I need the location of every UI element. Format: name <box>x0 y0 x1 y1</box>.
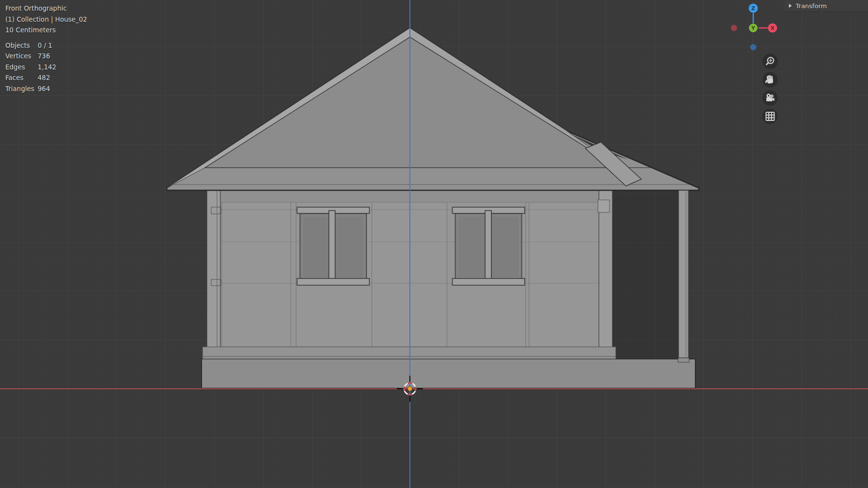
grid-ortho-button[interactable] <box>762 109 778 124</box>
pan-button[interactable] <box>762 72 778 88</box>
window-mullion <box>485 211 491 283</box>
stat-row-edges: Edges 1,142 <box>5 62 87 73</box>
window-left <box>297 207 369 285</box>
stat-row-vertices: Vertices 736 <box>5 51 87 62</box>
window-mullion <box>329 211 335 283</box>
porch-post <box>678 190 689 362</box>
window-sill <box>297 278 369 285</box>
gizmo-axis-x[interactable]: X <box>768 24 777 33</box>
scene-statistics: Objects 0 / 1 Vertices 736 Edges 1,142 F… <box>5 40 87 94</box>
object-origin-dot <box>408 387 412 391</box>
gizmo-axis-neg-x[interactable] <box>731 25 737 31</box>
transform-panel-label: Transform <box>796 2 827 10</box>
camera-view-button[interactable] <box>762 91 778 106</box>
window-right <box>452 207 525 285</box>
zoom-button[interactable] <box>762 54 778 69</box>
blender-3d-viewport[interactable]: Z Y X <box>0 0 868 488</box>
svg-text:Y: Y <box>751 25 756 31</box>
foundation-plinth <box>202 359 695 388</box>
svg-text:X: X <box>771 25 775 31</box>
view-name-label: Front Orthographic <box>5 3 87 14</box>
stat-row-faces: Faces 482 <box>5 72 87 83</box>
front-wall <box>203 190 616 359</box>
collapse-arrow-icon <box>789 4 792 8</box>
transform-panel-header[interactable]: Transform <box>784 0 868 12</box>
stat-row-objects: Objects 0 / 1 <box>5 40 87 51</box>
corner-trim-right <box>598 190 612 358</box>
gizmo-axis-neg-z[interactable] <box>750 44 757 51</box>
viewport-canvas[interactable]: Z Y X <box>0 0 868 488</box>
wall-base-band <box>203 347 616 359</box>
window-sill <box>452 278 525 285</box>
corner-trim-left <box>207 190 221 358</box>
svg-text:Z: Z <box>751 5 755 12</box>
stat-row-triangles: Triangles 964 <box>5 83 87 94</box>
viewport-overlay-text: Front Orthographic (1) Collection | Hous… <box>5 3 87 94</box>
grid-scale-label: 10 Centimeters <box>5 25 87 36</box>
collection-label: (1) Collection | House_02 <box>5 14 87 25</box>
gizmo-axis-z[interactable]: Z <box>749 4 758 13</box>
gizmo-axis-y[interactable]: Y <box>749 24 758 32</box>
porch-recess-shadow <box>612 190 679 358</box>
